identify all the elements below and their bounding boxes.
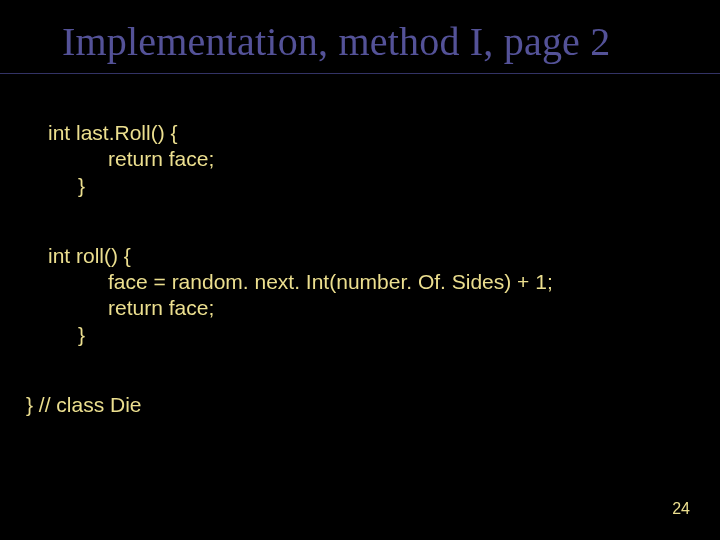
slide-body: int last.Roll() { return face; } int rol… bbox=[0, 74, 720, 418]
code-block-classend: } // class Die bbox=[48, 392, 720, 418]
code-line: } bbox=[48, 173, 720, 199]
code-line: int last.Roll() { bbox=[48, 120, 720, 146]
slide-title: Implementation, method I, page 2 bbox=[0, 0, 720, 74]
code-block-lastroll: int last.Roll() { return face; } bbox=[48, 120, 720, 199]
slide: Implementation, method I, page 2 int las… bbox=[0, 0, 720, 540]
code-line: } bbox=[48, 322, 720, 348]
code-line: int roll() { bbox=[48, 243, 720, 269]
code-line: face = random. next. Int(number. Of. Sid… bbox=[48, 269, 720, 295]
slide-number: 24 bbox=[672, 500, 690, 518]
code-block-roll: int roll() { face = random. next. Int(nu… bbox=[48, 243, 720, 348]
code-line: return face; bbox=[48, 295, 720, 321]
code-line: return face; bbox=[48, 146, 720, 172]
code-line: } // class Die bbox=[26, 392, 720, 418]
